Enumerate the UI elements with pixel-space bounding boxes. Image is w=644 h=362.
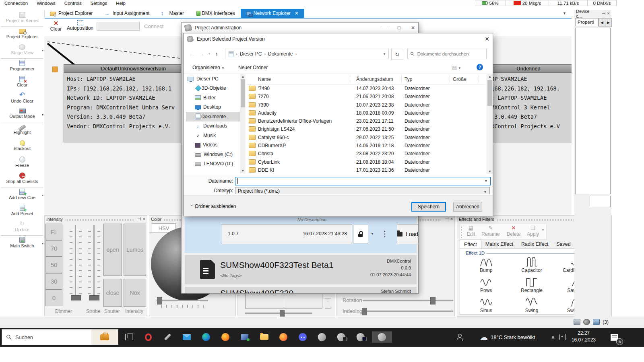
settings-tool-icon[interactable] — [162, 331, 173, 343]
sidebar-item[interactable]: Stop all Cuelists — [0, 171, 44, 187]
tray-app-icon[interactable] — [557, 331, 568, 343]
task-view-icon[interactable] — [123, 331, 134, 343]
indexing-slider[interactable] — [363, 311, 453, 312]
organize-button[interactable]: Organisieren ▼ — [192, 65, 225, 70]
column-date[interactable]: Änderungsdatum — [356, 76, 393, 82]
sidebar-item[interactable]: Add new Cue ▾ — [0, 187, 44, 203]
scroll-up-icon[interactable]: ▲ — [487, 75, 493, 78]
load-button[interactable]: Load — [397, 224, 419, 244]
file-row[interactable]: 7270 21.06.2021 20:08 Dateiordner — [246, 93, 485, 101]
menu-item[interactable]: Controls — [60, 1, 86, 6]
nav-tree-item[interactable]: Dokumente — [186, 112, 240, 121]
connect-button[interactable]: Connect — [144, 23, 163, 29]
discord-icon[interactable] — [297, 331, 308, 343]
file-row[interactable]: CyberLink 21.08.2018 18:04 Dateiordner — [246, 158, 485, 167]
file-row[interactable]: Audacity 18.09.2018 00:09 Dateiordner — [246, 109, 485, 117]
scrollbar-thumb[interactable] — [241, 79, 245, 107]
delete-button[interactable]: ✕Delete — [504, 225, 524, 237]
shutter-close-button[interactable]: close — [103, 279, 122, 307]
sidebar-item[interactable]: Highlight — [0, 123, 44, 139]
file-list-scrollbar[interactable]: ▲ ▼ — [487, 74, 493, 174]
project-row[interactable]: SUMShow400F330 Stefan Schmidt — [185, 287, 417, 294]
opera-icon[interactable] — [142, 331, 154, 343]
properties-tab[interactable]: Properti — [575, 18, 599, 26]
firefox-icon[interactable] — [220, 331, 231, 343]
dmxcontrol-icon[interactable] — [316, 331, 328, 343]
menu-item[interactable]: Help — [111, 1, 130, 6]
file-row[interactable]: 7390 10.07.2023 22:38 Dateiordner — [246, 101, 485, 109]
app-tab[interactable]: Project Explorer — [44, 9, 98, 18]
nav-tree-item[interactable]: Bilder — [186, 93, 240, 103]
sidebar-item[interactable]: Blackout — [0, 139, 44, 155]
scrollbar-thumb[interactable] — [487, 80, 492, 106]
sidebar-item[interactable]: Stage View ▾ — [0, 42, 44, 58]
firefox-nightly-icon[interactable] — [278, 331, 289, 343]
effect-item[interactable]: Rectangle — [509, 276, 554, 293]
effects-tab[interactable]: Effect — [460, 240, 481, 249]
lumos-button[interactable]: Lumos — [124, 224, 146, 276]
dimmer-preset-button[interactable]: FL — [45, 224, 62, 240]
column-size[interactable]: Größe — [453, 76, 466, 82]
breadcrumb-dropdown-icon[interactable]: ▼ — [383, 52, 386, 56]
help-icon[interactable]: ? — [477, 64, 483, 70]
lock-button[interactable] — [353, 225, 368, 243]
device-manager-icon[interactable] — [574, 319, 580, 325]
file-row[interactable]: DDE Kl 17.01.2023 21:36 Dateiordner — [246, 167, 485, 174]
edit-button[interactable]: ▤Edit — [464, 225, 478, 237]
taskbar-search[interactable]: Suchen — [2, 329, 118, 345]
dimmer-preset-button[interactable]: 0 — [45, 290, 62, 306]
rotation-slider[interactable] — [363, 300, 453, 301]
view-mode-icon[interactable]: ▤ ▼ — [452, 65, 461, 70]
people-icon[interactable] — [454, 331, 465, 343]
refresh-icon[interactable]: ↻ — [391, 49, 403, 60]
up-icon[interactable]: ↑ — [215, 51, 218, 57]
effects-tab[interactable]: Radix Effect — [517, 240, 552, 249]
minimize-button[interactable]: — — [382, 25, 387, 31]
effect-item[interactable]: Sinus — [463, 296, 509, 313]
dialog-titlebar[interactable]: Export Selected Project Version ✕ — [184, 33, 493, 45]
dmxcontrol-console-icon[interactable] — [355, 331, 366, 343]
search-input[interactable] — [417, 51, 484, 57]
shutter-open-button[interactable]: open — [103, 224, 122, 276]
gobo-cell[interactable] — [284, 292, 322, 309]
sidebar-item[interactable]: Clear — [0, 74, 44, 90]
sidebar-item[interactable]: Freeze — [0, 155, 44, 171]
gobo-cell[interactable] — [245, 292, 285, 309]
strobe-slider-handle[interactable] — [89, 295, 99, 300]
rotation-slider-handle[interactable] — [430, 297, 436, 304]
effect-item[interactable]: Bump — [463, 255, 509, 273]
nav-tree-item[interactable]: Windows (C:) — [186, 150, 240, 159]
app-tab[interactable]: Master — [155, 9, 190, 18]
mail-icon[interactable] — [181, 331, 192, 343]
save-button[interactable]: Speichern — [411, 202, 446, 212]
nav-tree-item[interactable]: Musik — [186, 131, 240, 140]
sidebar-item[interactable]: Undo Clear — [0, 90, 44, 107]
file-row[interactable]: Benutzerdefinierte Office-Vorlagen 23.01… — [246, 117, 485, 125]
gobo-more-button[interactable]: . — [325, 298, 331, 309]
close-icon[interactable]: × — [143, 217, 145, 221]
weather-widget[interactable]: ☁ 18°C Stark bewölkt — [480, 333, 535, 341]
app-tab[interactable]: Input Assignment — [98, 9, 155, 18]
lock-dropdown-icon[interactable]: ▼ — [368, 225, 376, 243]
filename-dropdown-icon[interactable]: ▼ — [484, 179, 488, 183]
indexing-slider-handle[interactable] — [362, 308, 367, 315]
value-slider[interactable] — [157, 300, 208, 301]
new-folder-button[interactable]: Neuer Ordner — [238, 65, 268, 70]
nav-tree-item[interactable]: Desktop — [186, 103, 240, 112]
column-name[interactable]: Name — [258, 76, 271, 82]
scroll-down-icon[interactable]: ▼ — [487, 170, 493, 173]
nav-scrollbar[interactable]: ▲ ▼ — [240, 74, 246, 173]
close-button[interactable]: ✕ — [411, 25, 415, 31]
briefcase-app-icon[interactable] — [91, 329, 118, 345]
sidebar-item[interactable]: Output Mode ▾ — [0, 107, 44, 123]
effects-tab[interactable]: Matrix Effect — [481, 240, 517, 249]
dimmer-preset-button[interactable]: 50 — [45, 257, 62, 273]
breadcrumb-item[interactable]: Dieser PC — [240, 51, 262, 57]
search-tool-icon[interactable] — [583, 319, 590, 325]
filename-input[interactable]: ▼ — [235, 177, 491, 185]
hide-folders-button[interactable]: ⌃ Ordner ausblenden — [190, 204, 236, 209]
dialog-close-icon[interactable]: ✕ — [485, 36, 489, 42]
effects-tab[interactable]: Saved — [552, 240, 574, 249]
maximize-button[interactable]: □ — [398, 25, 400, 31]
pin-icon[interactable]: ⊣ — [602, 11, 606, 16]
